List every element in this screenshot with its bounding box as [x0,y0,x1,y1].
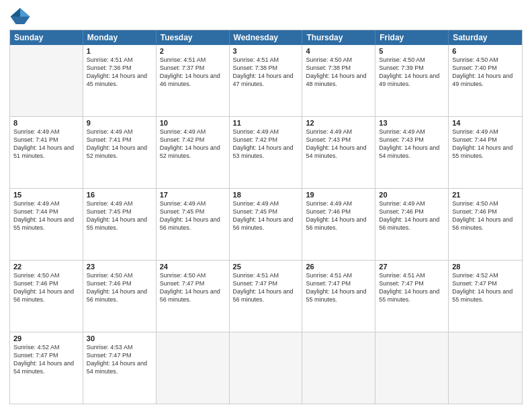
day-number: 12 [306,119,371,127]
day-cell-29: 29Sunrise: 4:52 AMSunset: 7:47 PMDayligh… [10,332,83,404]
empty-cell [157,332,230,404]
day-cell-9: 9Sunrise: 4:49 AMSunset: 7:41 PMDaylight… [83,117,157,188]
sunset-line: Sunset: 7:46 PM [306,208,371,216]
sunset-line: Sunset: 7:43 PM [379,136,445,144]
day-header-monday: Monday [83,30,157,45]
daylight-line: Daylight: 14 hours and 56 minutes. [160,216,226,232]
day-number: 4 [306,47,371,55]
sunset-line: Sunset: 7:47 PM [452,279,519,287]
sunrise-line: Sunrise: 4:49 AM [160,128,226,136]
day-cell-13: 13Sunrise: 4:49 AMSunset: 7:43 PMDayligh… [375,117,449,188]
day-number: 21 [452,191,519,199]
sunrise-line: Sunrise: 4:49 AM [160,199,226,208]
daylight-line: Daylight: 14 hours and 54 minutes. [87,359,152,375]
sunrise-line: Sunrise: 4:49 AM [87,128,152,136]
day-number: 2 [160,47,226,55]
daylight-line: Daylight: 14 hours and 55 minutes. [87,216,152,232]
sunrise-line: Sunrise: 4:50 AM [452,199,519,208]
day-number: 18 [233,191,299,199]
calendar-row-3: 22Sunrise: 4:50 AMSunset: 7:46 PMDayligh… [10,261,522,332]
empty-cell [302,332,375,404]
empty-cell [230,332,303,404]
daylight-line: Daylight: 14 hours and 52 minutes. [87,144,152,160]
sunrise-line: Sunrise: 4:49 AM [87,199,152,208]
sunset-line: Sunset: 7:47 PM [160,279,226,287]
calendar-row-0: 1Sunrise: 4:51 AMSunset: 7:36 PMDaylight… [10,45,522,117]
page: SundayMondayTuesdayWednesdayThursdayFrid… [0,0,532,411]
sunrise-line: Sunrise: 4:52 AM [452,271,519,279]
day-cell-2: 2Sunrise: 4:51 AMSunset: 7:37 PMDaylight… [157,45,230,116]
day-cell-5: 5Sunrise: 4:50 AMSunset: 7:39 PMDaylight… [375,45,449,116]
empty-cell [375,332,449,404]
day-cell-19: 19Sunrise: 4:49 AMSunset: 7:46 PMDayligh… [302,189,375,260]
day-number: 25 [233,263,299,271]
daylight-line: Daylight: 14 hours and 54 minutes. [379,144,445,160]
day-number: 29 [13,334,79,342]
daylight-line: Daylight: 14 hours and 47 minutes. [233,72,299,88]
sunset-line: Sunset: 7:39 PM [379,64,445,72]
daylight-line: Daylight: 14 hours and 46 minutes. [160,72,226,88]
sunrise-line: Sunrise: 4:50 AM [379,56,445,64]
svg-marker-1 [20,8,30,17]
day-number: 6 [452,47,519,55]
sunrise-line: Sunrise: 4:50 AM [306,56,371,64]
daylight-line: Daylight: 14 hours and 56 minutes. [87,287,152,304]
sunrise-line: Sunrise: 4:49 AM [379,128,445,136]
day-number: 23 [87,263,152,271]
sunset-line: Sunset: 7:46 PM [87,279,152,287]
sunrise-line: Sunrise: 4:49 AM [306,199,371,208]
day-number: 26 [306,263,371,271]
day-cell-28: 28Sunrise: 4:52 AMSunset: 7:47 PMDayligh… [449,261,522,332]
daylight-line: Daylight: 14 hours and 56 minutes. [160,287,226,304]
daylight-line: Daylight: 14 hours and 56 minutes. [379,216,445,232]
daylight-line: Daylight: 14 hours and 45 minutes. [87,72,152,88]
sunset-line: Sunset: 7:37 PM [160,64,226,72]
day-number: 3 [233,47,299,55]
day-number: 17 [160,191,226,199]
daylight-line: Daylight: 14 hours and 56 minutes. [233,287,299,304]
sunset-line: Sunset: 7:41 PM [87,136,152,144]
daylight-line: Daylight: 14 hours and 51 minutes. [13,144,79,160]
daylight-line: Daylight: 14 hours and 52 minutes. [160,144,226,160]
day-cell-15: 15Sunrise: 4:49 AMSunset: 7:44 PMDayligh… [10,189,83,260]
header [9,7,523,26]
day-number: 27 [379,263,445,271]
day-cell-4: 4Sunrise: 4:50 AMSunset: 7:38 PMDaylight… [302,45,375,116]
day-number: 24 [160,263,226,271]
day-cell-26: 26Sunrise: 4:51 AMSunset: 7:47 PMDayligh… [302,261,375,332]
sunrise-line: Sunrise: 4:51 AM [379,271,445,279]
day-header-thursday: Thursday [302,30,375,45]
daylight-line: Daylight: 14 hours and 54 minutes. [13,359,79,375]
day-cell-11: 11Sunrise: 4:49 AMSunset: 7:42 PMDayligh… [230,117,303,188]
sunrise-line: Sunrise: 4:50 AM [13,271,79,279]
sunrise-line: Sunrise: 4:49 AM [233,128,299,136]
sunset-line: Sunset: 7:36 PM [87,64,152,72]
day-cell-30: 30Sunrise: 4:53 AMSunset: 7:47 PMDayligh… [83,332,157,404]
day-cell-23: 23Sunrise: 4:50 AMSunset: 7:46 PMDayligh… [83,261,157,332]
sunset-line: Sunset: 7:38 PM [233,64,299,72]
sunset-line: Sunset: 7:47 PM [233,279,299,287]
day-header-tuesday: Tuesday [157,30,230,45]
daylight-line: Daylight: 14 hours and 55 minutes. [306,287,371,304]
daylight-line: Daylight: 14 hours and 55 minutes. [13,216,79,232]
day-number: 9 [87,119,152,127]
sunrise-line: Sunrise: 4:49 AM [452,128,519,136]
day-cell-21: 21Sunrise: 4:50 AMSunset: 7:46 PMDayligh… [449,189,522,260]
day-cell-20: 20Sunrise: 4:49 AMSunset: 7:46 PMDayligh… [375,189,449,260]
sunrise-line: Sunrise: 4:51 AM [306,271,371,279]
day-cell-3: 3Sunrise: 4:51 AMSunset: 7:38 PMDaylight… [230,45,303,116]
calendar-row-1: 8Sunrise: 4:49 AMSunset: 7:41 PMDaylight… [10,117,522,189]
day-number: 5 [379,47,445,55]
sunset-line: Sunset: 7:45 PM [87,208,152,216]
sunset-line: Sunset: 7:46 PM [379,208,445,216]
sunset-line: Sunset: 7:40 PM [452,64,519,72]
daylight-line: Daylight: 14 hours and 56 minutes. [306,216,371,232]
daylight-line: Daylight: 14 hours and 48 minutes. [306,72,371,88]
sunset-line: Sunset: 7:47 PM [379,279,445,287]
sunrise-line: Sunrise: 4:50 AM [87,271,152,279]
sunrise-line: Sunrise: 4:50 AM [160,271,226,279]
day-number: 10 [160,119,226,127]
calendar-header: SundayMondayTuesdayWednesdayThursdayFrid… [10,30,522,45]
day-cell-27: 27Sunrise: 4:51 AMSunset: 7:47 PMDayligh… [375,261,449,332]
day-number: 19 [306,191,371,199]
